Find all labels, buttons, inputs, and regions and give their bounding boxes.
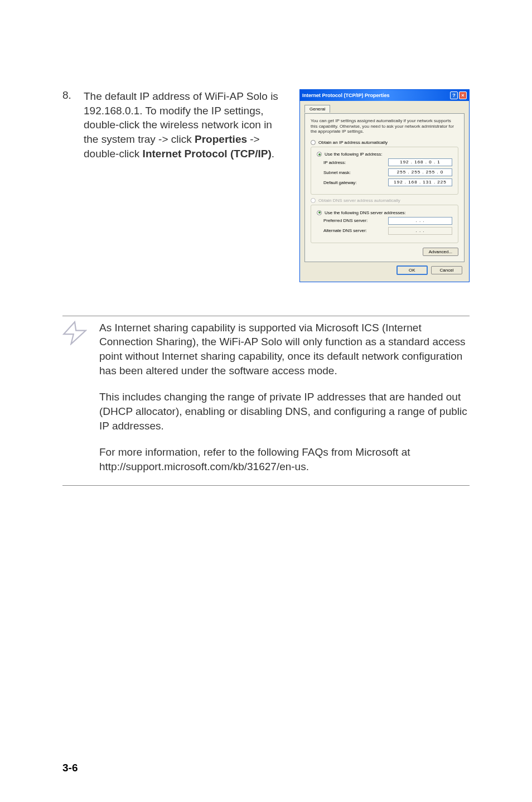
page-number: 3-6 bbox=[62, 762, 78, 774]
svg-marker-0 bbox=[64, 322, 86, 344]
subnet-mask-input[interactable]: 255 . 255 . 255 . 0 bbox=[388, 168, 452, 176]
dialog-titlebar: Internet Protocol (TCP/IP) Properties ? … bbox=[300, 90, 469, 101]
radio-use-ip-label: Use the following IP address: bbox=[325, 152, 382, 157]
radio-use-ip[interactable] bbox=[317, 152, 322, 157]
note-text: As Internet sharing capability is suppor… bbox=[99, 321, 470, 474]
step-text: The default IP address of WiFi-AP Solo i… bbox=[84, 89, 283, 161]
close-icon[interactable]: × bbox=[459, 91, 467, 99]
default-gateway-input[interactable]: 192 . 168 . 131 . 225 bbox=[388, 178, 452, 186]
step-number: 8. bbox=[62, 89, 74, 161]
advanced-button[interactable]: Advanced... bbox=[423, 248, 458, 256]
radio-obtain-dns-auto-label: Obtain DNS server address automatically bbox=[318, 198, 400, 203]
preferred-dns-input[interactable]: . . . bbox=[388, 217, 452, 225]
tcpip-properties-dialog: Internet Protocol (TCP/IP) Properties ? … bbox=[299, 89, 470, 282]
subnet-mask-label: Subnet mask: bbox=[323, 170, 351, 175]
alternate-dns-label: Alternate DNS server: bbox=[323, 228, 367, 233]
ok-button[interactable]: OK bbox=[396, 265, 428, 275]
help-icon[interactable]: ? bbox=[450, 91, 458, 99]
ip-address-label: IP address: bbox=[323, 160, 346, 165]
tab-general[interactable]: General bbox=[304, 105, 330, 113]
ip-address-input[interactable]: 192 . 168 . 0 . 1 bbox=[388, 158, 452, 166]
radio-obtain-dns-auto bbox=[311, 198, 316, 203]
radio-use-dns-label: Use the following DNS server addresses: bbox=[325, 210, 406, 215]
lightning-icon bbox=[62, 321, 87, 347]
default-gateway-label: Default gateway: bbox=[323, 180, 357, 185]
radio-obtain-ip-auto-label: Obtain an IP address automatically bbox=[318, 140, 388, 145]
cancel-button[interactable]: Cancel bbox=[431, 266, 462, 274]
alternate-dns-input[interactable]: . . . bbox=[388, 227, 452, 235]
radio-use-dns[interactable] bbox=[317, 210, 322, 215]
info-text: You can get IP settings assigned automat… bbox=[311, 118, 458, 134]
dialog-title: Internet Protocol (TCP/IP) Properties bbox=[302, 93, 390, 98]
preferred-dns-label: Preferred DNS server: bbox=[323, 218, 367, 223]
radio-obtain-ip-auto[interactable] bbox=[311, 140, 316, 145]
